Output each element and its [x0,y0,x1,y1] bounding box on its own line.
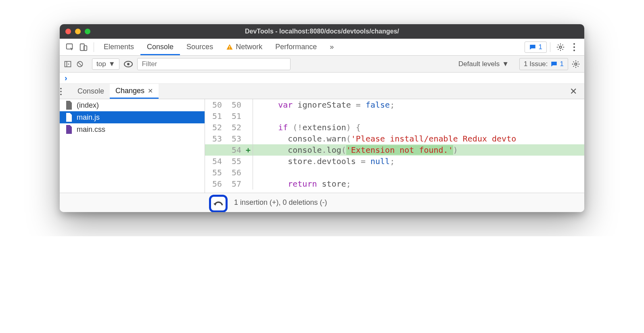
diff-view[interactable]: 5050 var ignoreState = false;5151 5252 i… [205,99,584,193]
changes-panel: (index) main.js main.css 5050 var ignore… [60,99,584,193]
drawer-tabstrip: Console Changes ✕ ✕ [60,84,584,99]
diff-row: 5353 console.warn('Please install/enable… [205,133,584,144]
file-name: (index) [77,101,99,110]
inspect-element-icon[interactable] [63,40,77,54]
svg-rect-9 [65,61,71,67]
dropdown-triangle-icon: ▼ [109,60,115,68]
filter-input[interactable] [137,58,291,70]
svg-point-5 [559,46,562,48]
diff-row: 5657 return store; [205,178,584,189]
svg-point-12 [127,63,130,65]
file-name: main.css [77,125,105,134]
svg-rect-3 [229,46,230,48]
titlebar: DevTools - localhost:8080/docs/devtools/… [60,24,584,39]
svg-rect-4 [229,48,230,49]
svg-point-16 [60,94,62,95]
revert-all-button[interactable] [209,195,228,212]
issues-indicator[interactable]: 1 [525,42,547,53]
file-item-index[interactable]: (index) [60,99,205,111]
file-item-mainjs[interactable]: main.js [60,111,205,123]
issues-counter[interactable]: 1 Issue: 1 [519,58,568,70]
svg-point-14 [60,87,62,89]
tab-network[interactable]: Network [220,39,269,55]
drawer-more-icon[interactable] [60,87,72,96]
tab-sources[interactable]: Sources [180,39,220,55]
window-close-button[interactable] [65,29,71,34]
console-sidebar-toggle-icon[interactable] [64,60,72,68]
issues-label: 1 Issue: [524,60,548,68]
issues-count: 1 [560,60,564,68]
svg-point-6 [573,43,575,45]
issues-indicator-count: 1 [539,43,542,51]
tabs-overflow[interactable]: » [323,39,340,55]
main-tabstrip: Elements Console Sources Network Perform… [60,39,584,56]
svg-point-7 [573,46,575,48]
log-levels-selector[interactable]: Default levels ▼ [454,59,513,69]
tab-performance[interactable]: Performance [269,39,323,55]
svg-point-15 [60,91,62,92]
diff-row: 5252 if (!extension) { [205,122,584,133]
diff-row: 5455 store.devtools = null; [205,156,584,167]
separator [94,42,94,52]
message-icon [529,44,536,51]
settings-icon[interactable] [554,40,567,54]
tab-console[interactable]: Console [140,39,180,55]
svg-point-8 [573,50,575,51]
drawer-tab-console[interactable]: Console [72,84,110,99]
warning-icon [226,44,233,51]
drawer-tab-changes[interactable]: Changes ✕ [110,84,159,99]
message-icon [550,60,558,68]
console-prompt[interactable]: › [60,73,584,84]
drawer-tab-changes-label: Changes [115,87,144,95]
changed-files-tree: (index) main.js main.css [60,99,205,193]
close-drawer-icon[interactable]: ✕ [566,86,581,97]
traffic-lights [65,29,90,34]
window-minimize-button[interactable] [75,29,81,34]
device-toolbar-icon[interactable] [77,40,90,54]
console-settings-icon[interactable] [571,60,580,69]
execution-context-label: top [96,60,106,68]
separator [550,42,550,52]
close-tab-icon[interactable]: ✕ [148,87,153,95]
dropdown-triangle-icon: ▼ [502,60,509,68]
stylesheet-icon [65,125,73,134]
diff-row: 54+ console.log('Extension not found.') [205,144,584,156]
devtools-window: DevTools - localhost:8080/docs/devtools/… [60,24,584,212]
window-zoom-button[interactable] [85,29,90,34]
file-name: main.js [77,113,100,122]
diff-row: 5151 [205,110,584,122]
undo-icon [213,199,224,208]
document-icon [65,113,73,122]
changes-summary: 1 insertion (+), 0 deletions (-) [234,198,327,207]
document-icon [65,101,73,110]
changes-statusbar: 1 insertion (+), 0 deletions (-) [60,193,584,212]
tab-elements[interactable]: Elements [97,39,140,55]
file-item-maincss[interactable]: main.css [60,123,205,135]
diff-row: 5050 var ignoreState = false; [205,99,584,110]
console-toolbar: top ▼ Default levels ▼ 1 Issue: 1 [60,56,584,73]
svg-point-13 [575,63,577,65]
window-title: DevTools - localhost:8080/docs/devtools/… [60,28,584,35]
log-levels-label: Default levels [458,60,500,68]
live-expression-icon[interactable] [123,60,133,68]
more-menu-icon[interactable] [567,40,581,54]
clear-console-icon[interactable] [76,60,84,68]
diff-row: 5556 [205,167,584,178]
tab-network-label: Network [236,43,262,51]
execution-context-selector[interactable]: top ▼ [92,58,119,70]
